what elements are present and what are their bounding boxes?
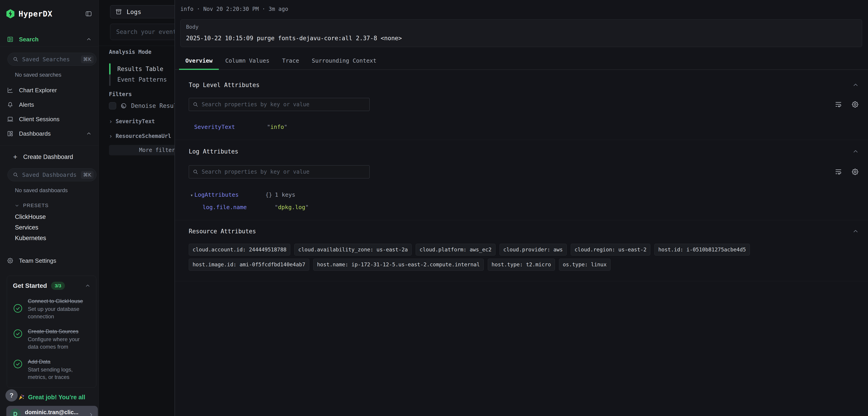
saved-searches-placeholder: Saved Searches	[22, 56, 77, 63]
create-dashboard-button[interactable]: + Create Dashboard	[0, 149, 98, 165]
get-started-item-adddata[interactable]: Add Data Start sending logs, metrics, or…	[13, 358, 91, 381]
resource-chip[interactable]: host.id: i-0510b81275acbe4d5	[654, 244, 750, 256]
mode-option-event-patterns[interactable]: Event Patterns	[117, 76, 167, 83]
search-icon	[13, 172, 19, 178]
get-started-item-title: Add Data	[28, 358, 89, 365]
resource-chip[interactable]: cloud.platform: aws_ec2	[416, 244, 495, 256]
get-started-item-connect[interactable]: Connect to ClickHouse Set up your databa…	[13, 298, 91, 320]
sidebar-item-team-settings[interactable]: Team Settings	[0, 254, 98, 268]
property-search-field[interactable]	[202, 169, 366, 175]
get-started-item-desc: Set up your database connection	[28, 305, 89, 320]
event-search-input[interactable]: Search your event	[110, 24, 175, 40]
resource-chip[interactable]: host.name: ip-172-31-12-5.us-east-2.comp…	[313, 259, 484, 270]
section-title: Resource Attributes	[189, 228, 256, 235]
property-search-input[interactable]	[189, 98, 370, 111]
resource-chip[interactable]: cloud.provider: aws	[500, 244, 567, 256]
more-filters-label: More filters	[139, 147, 175, 153]
sidebar-item-chart-explorer[interactable]: Chart Explorer	[0, 83, 98, 97]
sidebar-item-alerts[interactable]: Alerts	[0, 97, 98, 112]
search-icon	[193, 169, 198, 175]
source-selector-button[interactable]: Logs	[110, 5, 175, 18]
analysis-mode-label: Analysis Mode	[109, 49, 151, 55]
event-detail-panel: info · Nov 20 2:20:30 PM · 3m ago Body 2…	[175, 0, 868, 416]
preset-item-clickhouse[interactable]: ClickHouse	[0, 212, 98, 222]
resource-attributes-section: Resource Attributes cloud.account.id: 24…	[175, 228, 868, 281]
presets-label: PRESETS	[23, 203, 49, 208]
resource-chip[interactable]: host.type: t2.micro	[488, 259, 555, 270]
section-settings-gear-icon[interactable]	[851, 100, 859, 108]
inactive-mode-rail	[109, 75, 111, 86]
sidebar-item-label: Client Sessions	[19, 116, 59, 123]
mode-option-results-table[interactable]: Results Table	[117, 65, 163, 72]
presets-toggle[interactable]: PRESETS	[14, 203, 98, 208]
wrap-lines-icon[interactable]	[835, 100, 842, 108]
hyperdx-logo-icon	[6, 9, 15, 19]
resource-chip[interactable]: os.type: linux	[559, 259, 611, 270]
sidebar-nav: Chart Explorer Alerts Client Sessions Da…	[0, 83, 98, 141]
denoise-checkbox[interactable]	[109, 102, 116, 110]
attribute-key[interactable]: SeverityText	[194, 124, 267, 130]
team-settings-label: Team Settings	[19, 257, 56, 264]
chevron-right-icon: ›	[109, 133, 113, 140]
filter-group-severitytext[interactable]: › SeverityText	[109, 118, 155, 125]
preset-item-services[interactable]: Services	[0, 222, 98, 233]
top-level-attributes-section: Top Level Attributes Severi	[175, 82, 868, 140]
detail-tabs: Overview Column Values Trace Surrounding…	[175, 56, 868, 70]
attribute-meta: {}1 keys	[266, 191, 295, 198]
help-button[interactable]: ?	[5, 389, 18, 402]
attribute-value[interactable]: "info"	[267, 124, 287, 130]
chart-icon	[7, 87, 13, 94]
get-started-item-title: Connect to ClickHouse	[28, 298, 89, 304]
bell-icon	[7, 101, 13, 108]
tab-trace[interactable]: Trace	[276, 56, 305, 69]
get-started-item-title: Create Data Sources	[28, 328, 89, 335]
collapse-section-icon[interactable]	[852, 82, 859, 88]
resource-chip[interactable]: cloud.availability_zone: us-east-2a	[294, 244, 412, 256]
event-body-card: Body 2025-10-22 10:15:09 purge fonts-dej…	[180, 20, 862, 47]
user-menu[interactable]: D dominic.tran@clic... dominic.tran@clic…	[6, 406, 98, 416]
property-search-field[interactable]	[202, 101, 366, 108]
collapse-section-icon[interactable]	[852, 228, 859, 235]
sidebar-item-client-sessions[interactable]: Client Sessions	[0, 112, 98, 126]
search-list-icon	[7, 36, 13, 43]
collapse-sidebar-icon[interactable]	[85, 10, 92, 18]
collapse-section-icon[interactable]	[852, 148, 859, 155]
sidebar-divider	[0, 145, 98, 146]
tab-overview[interactable]: Overview	[179, 56, 219, 69]
app-title: HyperDX	[19, 9, 85, 18]
attribute-value[interactable]: "dpkg.log"	[275, 204, 309, 210]
user-name: dominic.tran@clic...	[25, 409, 84, 416]
wrap-lines-icon[interactable]	[835, 168, 842, 176]
resource-chip[interactable]: cloud.account.id: 244449518788	[189, 244, 290, 256]
get-started-header[interactable]: Get Started 3/3	[13, 282, 91, 290]
caret-down-icon[interactable]: ▾	[190, 192, 193, 198]
sidebar-item-search[interactable]: Search	[0, 32, 98, 47]
tab-column-values[interactable]: Column Values	[219, 56, 276, 69]
presets-list: ClickHouse Services Kubernetes	[0, 212, 98, 243]
denoise-results-toggle[interactable]: Denoise Results	[109, 102, 175, 110]
saved-dashboards-input[interactable]: Saved Dashboards ⌘K	[7, 168, 96, 181]
filter-group-label: SeverityText	[116, 118, 155, 125]
resource-chip[interactable]: cloud.region: us-east-2	[571, 244, 651, 256]
attribute-key[interactable]: log.file.name	[203, 204, 275, 210]
body-text[interactable]: 2025-10-22 10:15:09 purge fonts-dejavu-c…	[186, 35, 857, 42]
section-settings-gear-icon[interactable]	[851, 168, 859, 176]
sidebar-divider	[0, 47, 98, 47]
tab-surrounding-context[interactable]: Surrounding Context	[305, 56, 383, 69]
chevron-right-icon	[88, 412, 94, 416]
sidebar-item-dashboards[interactable]: Dashboards	[0, 126, 98, 141]
event-search-placeholder: Search your event	[116, 29, 175, 35]
attribute-tree-node[interactable]: ▾LogAttributes	[190, 191, 266, 198]
property-search-input[interactable]	[189, 165, 370, 178]
resource-chip[interactable]: host.image.id: ami-0f5fcdfbd140e4ab7	[189, 259, 309, 270]
filter-group-resourceschemaurl[interactable]: › ResourceSchemaUrl	[109, 133, 171, 140]
search-controls-panel: Logs Search your event Analysis Mode Res…	[99, 0, 175, 416]
chevron-down-icon	[14, 203, 20, 208]
get-started-item-desc: Start sending logs, metrics, or traces	[28, 366, 89, 381]
more-filters-button[interactable]: More filters	[109, 145, 175, 155]
get-started-progress-badge: 3/3	[51, 282, 65, 290]
get-started-item-datasources[interactable]: Create Data Sources Configure where your…	[13, 328, 91, 351]
denoise-icon	[120, 102, 127, 109]
preset-item-kubernetes[interactable]: Kubernetes	[0, 233, 98, 243]
saved-searches-input[interactable]: Saved Searches ⌘K	[7, 53, 96, 66]
